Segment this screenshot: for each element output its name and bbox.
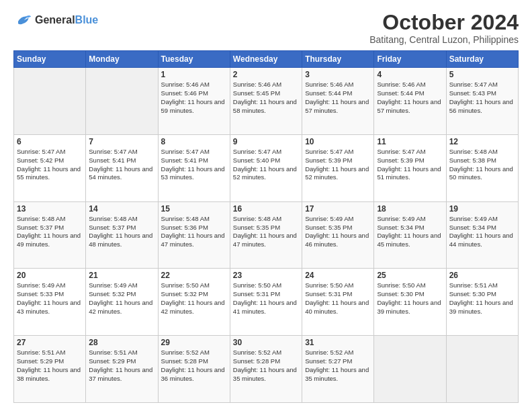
calendar-cell: 9Sunrise: 5:47 AMSunset: 5:40 PMDaylight… bbox=[230, 134, 302, 201]
day-number: 29 bbox=[161, 338, 227, 347]
calendar-week-row: 1Sunrise: 5:46 AMSunset: 5:46 PMDaylight… bbox=[14, 68, 519, 135]
day-info: Sunrise: 5:46 AMSunset: 5:46 PMDaylight:… bbox=[161, 81, 227, 115]
calendar-cell: 29Sunrise: 5:52 AMSunset: 5:28 PMDayligh… bbox=[158, 336, 230, 403]
day-info: Sunrise: 5:46 AMSunset: 5:44 PMDaylight:… bbox=[377, 81, 443, 115]
day-number: 18 bbox=[377, 204, 443, 214]
day-number: 20 bbox=[17, 271, 83, 280]
day-info: Sunrise: 5:47 AMSunset: 5:40 PMDaylight:… bbox=[233, 148, 299, 182]
day-number: 26 bbox=[449, 271, 515, 280]
day-info: Sunrise: 5:50 AMSunset: 5:30 PMDaylight:… bbox=[377, 281, 443, 316]
day-number: 15 bbox=[161, 204, 227, 214]
day-info: Sunrise: 5:48 AMSunset: 5:36 PMDaylight:… bbox=[161, 215, 227, 249]
day-info: Sunrise: 5:50 AMSunset: 5:32 PMDaylight:… bbox=[161, 281, 227, 316]
day-number: 25 bbox=[377, 271, 443, 280]
calendar-cell: 13Sunrise: 5:48 AMSunset: 5:37 PMDayligh… bbox=[14, 201, 86, 269]
day-number: 21 bbox=[89, 271, 154, 280]
calendar-cell: 12Sunrise: 5:48 AMSunset: 5:38 PMDayligh… bbox=[446, 134, 518, 201]
calendar-header-row: SundayMondayTuesdayWednesdayThursdayFrid… bbox=[14, 51, 519, 68]
calendar-day-header: Thursday bbox=[302, 51, 374, 68]
calendar-cell: 6Sunrise: 5:47 AMSunset: 5:42 PMDaylight… bbox=[14, 134, 86, 201]
day-info: Sunrise: 5:48 AMSunset: 5:35 PMDaylight:… bbox=[233, 215, 299, 249]
header: GeneralBlue October 2024 Batitang, Centr… bbox=[13, 11, 519, 45]
logo: GeneralBlue bbox=[13, 11, 98, 30]
day-info: Sunrise: 5:52 AMSunset: 5:27 PMDaylight:… bbox=[305, 349, 371, 383]
calendar-cell: 22Sunrise: 5:50 AMSunset: 5:32 PMDayligh… bbox=[158, 269, 230, 336]
calendar: SundayMondayTuesdayWednesdayThursdayFrid… bbox=[13, 50, 519, 403]
day-info: Sunrise: 5:46 AMSunset: 5:45 PMDaylight:… bbox=[233, 81, 299, 115]
day-info: Sunrise: 5:50 AMSunset: 5:31 PMDaylight:… bbox=[233, 281, 299, 316]
calendar-week-row: 6Sunrise: 5:47 AMSunset: 5:42 PMDaylight… bbox=[14, 134, 519, 201]
calendar-cell: 17Sunrise: 5:49 AMSunset: 5:35 PMDayligh… bbox=[302, 201, 374, 269]
month-title: October 2024 bbox=[369, 11, 519, 34]
calendar-day-header: Monday bbox=[86, 51, 158, 68]
day-info: Sunrise: 5:49 AMSunset: 5:34 PMDaylight:… bbox=[449, 215, 515, 249]
day-number: 24 bbox=[305, 271, 371, 280]
calendar-cell: 14Sunrise: 5:48 AMSunset: 5:37 PMDayligh… bbox=[86, 201, 158, 269]
day-number: 10 bbox=[305, 137, 371, 146]
calendar-cell: 3Sunrise: 5:46 AMSunset: 5:44 PMDaylight… bbox=[302, 68, 374, 135]
day-info: Sunrise: 5:49 AMSunset: 5:35 PMDaylight:… bbox=[305, 215, 371, 249]
day-number: 14 bbox=[89, 204, 154, 214]
calendar-cell: 31Sunrise: 5:52 AMSunset: 5:27 PMDayligh… bbox=[302, 336, 374, 403]
day-number: 9 bbox=[233, 137, 299, 146]
calendar-cell: 21Sunrise: 5:49 AMSunset: 5:32 PMDayligh… bbox=[86, 269, 158, 336]
day-info: Sunrise: 5:50 AMSunset: 5:31 PMDaylight:… bbox=[305, 281, 371, 316]
day-info: Sunrise: 5:49 AMSunset: 5:34 PMDaylight:… bbox=[377, 215, 443, 249]
day-info: Sunrise: 5:52 AMSunset: 5:28 PMDaylight:… bbox=[233, 349, 299, 383]
calendar-cell bbox=[374, 336, 446, 403]
day-number: 8 bbox=[161, 137, 227, 146]
calendar-cell: 20Sunrise: 5:49 AMSunset: 5:33 PMDayligh… bbox=[14, 269, 86, 336]
page: GeneralBlue October 2024 Batitang, Centr… bbox=[0, 0, 532, 411]
day-info: Sunrise: 5:48 AMSunset: 5:38 PMDaylight:… bbox=[449, 148, 515, 182]
calendar-cell: 15Sunrise: 5:48 AMSunset: 5:36 PMDayligh… bbox=[158, 201, 230, 269]
day-number: 17 bbox=[305, 204, 371, 214]
day-number: 11 bbox=[377, 137, 443, 146]
day-number: 13 bbox=[17, 204, 83, 214]
day-info: Sunrise: 5:47 AMSunset: 5:39 PMDaylight:… bbox=[377, 148, 443, 182]
calendar-week-row: 27Sunrise: 5:51 AMSunset: 5:29 PMDayligh… bbox=[14, 336, 519, 403]
day-info: Sunrise: 5:48 AMSunset: 5:37 PMDaylight:… bbox=[89, 215, 154, 249]
title-block: October 2024 Batitang, Central Luzon, Ph… bbox=[369, 11, 519, 45]
day-number: 28 bbox=[89, 338, 154, 347]
calendar-cell: 5Sunrise: 5:47 AMSunset: 5:43 PMDaylight… bbox=[446, 68, 518, 135]
day-info: Sunrise: 5:49 AMSunset: 5:33 PMDaylight:… bbox=[17, 281, 83, 316]
day-number: 1 bbox=[161, 70, 227, 79]
calendar-week-row: 13Sunrise: 5:48 AMSunset: 5:37 PMDayligh… bbox=[14, 201, 519, 269]
day-info: Sunrise: 5:47 AMSunset: 5:43 PMDaylight:… bbox=[449, 81, 515, 115]
calendar-day-header: Friday bbox=[374, 51, 446, 68]
day-info: Sunrise: 5:51 AMSunset: 5:29 PMDaylight:… bbox=[17, 349, 83, 383]
calendar-cell: 23Sunrise: 5:50 AMSunset: 5:31 PMDayligh… bbox=[230, 269, 302, 336]
day-number: 22 bbox=[161, 271, 227, 280]
day-number: 27 bbox=[17, 338, 83, 347]
day-number: 7 bbox=[89, 137, 154, 146]
calendar-cell: 11Sunrise: 5:47 AMSunset: 5:39 PMDayligh… bbox=[374, 134, 446, 201]
calendar-cell: 18Sunrise: 5:49 AMSunset: 5:34 PMDayligh… bbox=[374, 201, 446, 269]
calendar-day-header: Saturday bbox=[446, 51, 518, 68]
calendar-cell: 1Sunrise: 5:46 AMSunset: 5:46 PMDaylight… bbox=[158, 68, 230, 135]
calendar-day-header: Wednesday bbox=[230, 51, 302, 68]
day-number: 2 bbox=[233, 70, 299, 79]
calendar-cell: 25Sunrise: 5:50 AMSunset: 5:30 PMDayligh… bbox=[374, 269, 446, 336]
day-number: 19 bbox=[449, 204, 515, 214]
day-info: Sunrise: 5:49 AMSunset: 5:32 PMDaylight:… bbox=[89, 281, 154, 316]
day-info: Sunrise: 5:48 AMSunset: 5:37 PMDaylight:… bbox=[17, 215, 83, 249]
day-info: Sunrise: 5:47 AMSunset: 5:41 PMDaylight:… bbox=[89, 148, 154, 182]
calendar-day-header: Sunday bbox=[14, 51, 86, 68]
calendar-cell: 4Sunrise: 5:46 AMSunset: 5:44 PMDaylight… bbox=[374, 68, 446, 135]
day-info: Sunrise: 5:47 AMSunset: 5:41 PMDaylight:… bbox=[161, 148, 227, 182]
day-info: Sunrise: 5:52 AMSunset: 5:28 PMDaylight:… bbox=[161, 349, 227, 383]
calendar-cell bbox=[14, 68, 86, 135]
day-info: Sunrise: 5:46 AMSunset: 5:44 PMDaylight:… bbox=[305, 81, 371, 115]
day-info: Sunrise: 5:47 AMSunset: 5:39 PMDaylight:… bbox=[305, 148, 371, 182]
logo-text: GeneralBlue bbox=[35, 14, 98, 26]
day-number: 6 bbox=[17, 137, 83, 146]
logo-icon bbox=[13, 11, 32, 30]
calendar-day-header: Tuesday bbox=[158, 51, 230, 68]
day-number: 12 bbox=[449, 137, 515, 146]
location: Batitang, Central Luzon, Philippines bbox=[369, 34, 519, 45]
calendar-cell: 7Sunrise: 5:47 AMSunset: 5:41 PMDaylight… bbox=[86, 134, 158, 201]
day-number: 16 bbox=[233, 204, 299, 214]
day-number: 30 bbox=[233, 338, 299, 347]
calendar-cell: 26Sunrise: 5:51 AMSunset: 5:30 PMDayligh… bbox=[446, 269, 518, 336]
day-info: Sunrise: 5:47 AMSunset: 5:42 PMDaylight:… bbox=[17, 148, 83, 182]
